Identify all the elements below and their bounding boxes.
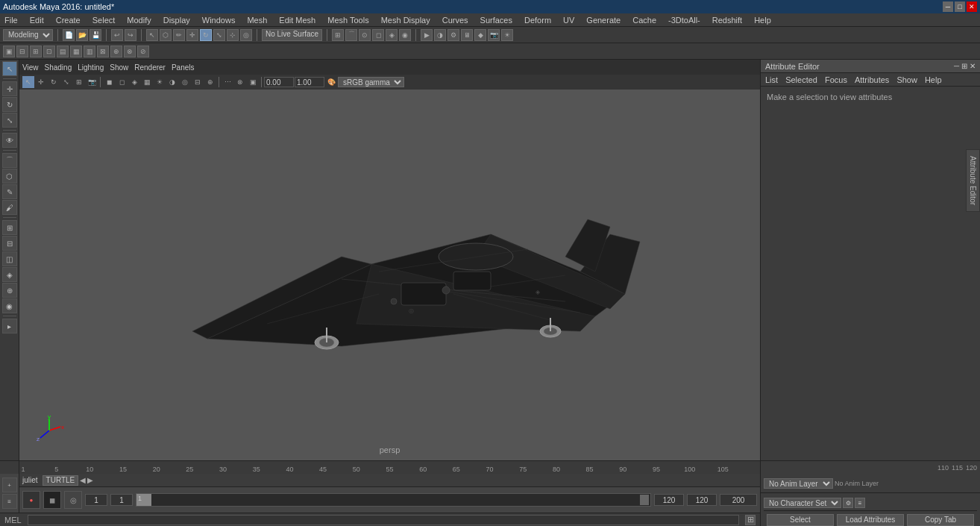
layout9-icon[interactable]: ⊕	[110, 46, 122, 57]
timeline-ruler[interactable]: 1 5 10 15 20 25 30 35 40 45 50 55 60 65 …	[19, 460, 760, 474]
layout5-icon[interactable]: ▤	[57, 46, 69, 57]
layer-prev-icon[interactable]: ◀	[80, 476, 86, 484]
ae-nav-selected[interactable]: Selected	[785, 75, 817, 84]
vp-menu-shading[interactable]: Shading	[45, 63, 72, 72]
copy-tab-button[interactable]: Copy Tab	[907, 514, 974, 526]
vp-select-icon[interactable]: ↖	[22, 76, 34, 88]
load-attributes-button[interactable]: Load Attributes	[837, 514, 904, 526]
layout2-icon[interactable]: ⊟	[16, 46, 28, 57]
camera-icon[interactable]: 📷	[488, 29, 500, 41]
menu-create[interactable]: Create	[54, 16, 82, 25]
snap-surface-icon[interactable]: ◻	[372, 29, 384, 41]
menu-uv[interactable]: UV	[562, 16, 576, 25]
select-button[interactable]: Select	[767, 514, 834, 526]
connect-tool[interactable]: ◈	[2, 267, 17, 282]
menu-select[interactable]: Select	[91, 16, 117, 25]
layers-add-icon[interactable]: +	[2, 478, 17, 492]
undo-icon[interactable]: ↩	[111, 29, 123, 41]
menu-3dto[interactable]: -3DtoAll-	[667, 16, 702, 25]
char-set-gear-icon[interactable]: ⚙	[843, 498, 853, 508]
snap-view-icon[interactable]: ◈	[386, 29, 398, 41]
poly-tool[interactable]: ⬡	[2, 169, 17, 184]
layer-tool[interactable]: ◫	[2, 251, 17, 266]
layout1-icon[interactable]: ▣	[3, 46, 15, 57]
vp-menu-lighting[interactable]: Lighting	[78, 63, 104, 72]
new-file-icon[interactable]: 📄	[63, 29, 75, 41]
menu-curves[interactable]: Curves	[441, 16, 470, 25]
char-set-select[interactable]: No Character Set	[764, 498, 841, 508]
turtle-badge[interactable]: TURTLE	[43, 475, 79, 486]
mel-input[interactable]	[28, 515, 739, 525]
layout8-icon[interactable]: ⊠	[97, 46, 109, 57]
gamma-select[interactable]: sRGB gamma	[338, 77, 404, 87]
scale-tool[interactable]: ⤡	[2, 113, 17, 128]
vp-grid-icon[interactable]: ⊟	[192, 76, 204, 88]
rotate-tool[interactable]: ↻	[2, 97, 17, 112]
layer-thumb-2[interactable]: ◼	[43, 491, 61, 509]
move-icon[interactable]: ✛	[186, 29, 198, 41]
paint-tool[interactable]: 🖌	[2, 200, 17, 215]
close-btn[interactable]: ✕	[967, 1, 977, 12]
menu-windows[interactable]: Windows	[201, 16, 237, 25]
frame-end-field[interactable]	[110, 494, 133, 506]
ae-nav-attributes[interactable]: Attributes	[855, 75, 889, 84]
ae-nav-focus[interactable]: Focus	[825, 75, 847, 84]
menu-redshift[interactable]: Redshift	[711, 16, 744, 25]
attr-tool[interactable]: ⊞	[2, 220, 17, 235]
menu-edit[interactable]: Edit	[28, 16, 45, 25]
layout11-icon[interactable]: ⊘	[137, 46, 149, 57]
vp-ao-icon[interactable]: ◎	[179, 76, 191, 88]
status-right-icon[interactable]: ⊞	[745, 515, 756, 525]
select-icon[interactable]: ↖	[146, 29, 158, 41]
gamma-field[interactable]	[295, 77, 324, 87]
menu-mesh-display[interactable]: Mesh Display	[380, 16, 432, 25]
soft-icon[interactable]: ◎	[240, 29, 252, 41]
vp-rotate-icon[interactable]: ↻	[48, 76, 60, 88]
menu-mesh[interactable]: Mesh	[245, 16, 268, 25]
vp-shadow-icon[interactable]: ◑	[166, 76, 178, 88]
frame-start-field[interactable]	[85, 494, 107, 506]
hypershade-icon[interactable]: ◆	[474, 29, 486, 41]
move-tool[interactable]: ✛	[2, 81, 17, 96]
ae-nav-help[interactable]: Help	[925, 75, 942, 84]
more-tool[interactable]: ▸	[2, 319, 17, 334]
vp-texture-icon[interactable]: ▦	[141, 76, 153, 88]
menu-deform[interactable]: Deform	[523, 16, 553, 25]
viewport[interactable]: View Shading Lighting Show Renderer Pane…	[19, 60, 760, 460]
render-icon[interactable]: ▶	[421, 29, 433, 41]
ae-nav-show[interactable]: Show	[896, 75, 917, 84]
vp-scale-icon[interactable]: ⤡	[60, 76, 72, 88]
paint-icon[interactable]: ✏	[173, 29, 185, 41]
ipr-icon[interactable]: ◑	[434, 29, 446, 41]
snap-point-icon[interactable]: ⊙	[359, 29, 371, 41]
ae-float[interactable]: ⊞	[961, 62, 967, 70]
curve-tool[interactable]: ⌒	[2, 153, 17, 168]
minimize-btn[interactable]: ─	[943, 1, 953, 12]
rotate-icon[interactable]: ↻	[200, 29, 212, 41]
exposure-field[interactable]	[264, 77, 294, 87]
anim-layer-select[interactable]: No Anim Layer	[764, 478, 833, 489]
menu-file[interactable]: File	[3, 16, 19, 25]
layout3-icon[interactable]: ⊞	[30, 46, 42, 57]
grid-tool[interactable]: ⊟	[2, 236, 17, 251]
scale-icon[interactable]: ⤡	[213, 29, 225, 41]
menu-help[interactable]: Help	[753, 16, 773, 25]
vp-light-icon[interactable]: ☀	[154, 76, 166, 88]
layer-next-icon[interactable]: ▶	[87, 476, 93, 484]
sculpt-tool[interactable]: ✎	[2, 184, 17, 199]
menu-generate[interactable]: Generate	[585, 16, 622, 25]
menu-surfaces[interactable]: Surfaces	[479, 16, 514, 25]
menu-display[interactable]: Display	[162, 16, 192, 25]
ae-nav-list[interactable]: List	[765, 75, 778, 84]
vp-shaded-icon[interactable]: ◼	[103, 76, 115, 88]
menu-mesh-tools[interactable]: Mesh Tools	[326, 16, 370, 25]
snap-curve-icon[interactable]: ⌒	[345, 29, 357, 41]
open-file-icon[interactable]: 📂	[76, 29, 88, 41]
snap-live-icon[interactable]: ◉	[399, 29, 411, 41]
ae-minimize[interactable]: ─	[954, 62, 959, 70]
render-tool[interactable]: ◉	[2, 298, 17, 313]
select-tool[interactable]: ↖	[2, 61, 17, 76]
layout4-icon[interactable]: ⊡	[43, 46, 55, 57]
vp-camera-icon[interactable]: 📷	[86, 76, 98, 88]
save-file-icon[interactable]: 💾	[89, 29, 101, 41]
